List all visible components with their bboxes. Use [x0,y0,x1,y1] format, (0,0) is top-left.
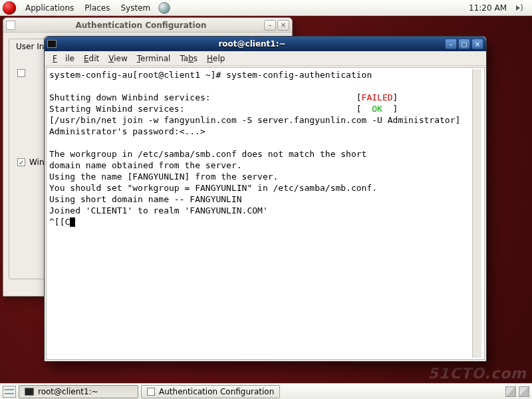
status-failed: FAILED [362,92,393,102]
show-desktop-button[interactable] [3,386,16,398]
terminal-icon [47,40,57,48]
terminal-scrollbar[interactable] [472,69,481,358]
clock[interactable]: 11:20 AM [464,0,512,16]
minimize-button[interactable]: – [264,20,276,31]
workspace-switcher[interactable] [505,386,516,397]
checkbox-winbind[interactable] [17,158,25,166]
term-line: Joined 'CLIENT1' to realm 'FANGYUNLIN.CO… [49,205,268,215]
terminal-body[interactable]: system-config-au[root@client1 ~]# system… [46,67,485,360]
taskbar-label: Authentication Configuration [159,387,274,396]
term-line: ] [393,92,398,102]
taskbar-label: root@client1:~ [38,387,98,396]
term-line: Shutting down Winbind services: [ [49,92,362,102]
system-menu[interactable]: System [115,0,156,16]
checkbox-winbind-label: Win [29,158,45,167]
status-ok: OK [372,104,382,114]
applications-menu[interactable]: Applications [20,0,79,16]
terminal-content[interactable]: system-config-au[root@client1 ~]# system… [49,69,472,358]
checkbox-ldap-label [29,68,32,78]
term-line: The workgroup in /etc/samba/smb.conf doe… [49,149,366,159]
term-line: ] [382,104,398,114]
watermark: 51CTO.com [428,365,527,382]
terminal-titlebar[interactable]: root@client1:~ – ▢ × [45,37,486,51]
menu-file[interactable]: File [49,53,78,65]
trash-icon[interactable] [519,386,529,397]
terminal-menubar: File Edit View Terminal Tabs Help [45,51,486,66]
term-line: Using the name [FANGYUNLIN] from the ser… [49,172,278,182]
menu-help[interactable]: Help [203,53,229,65]
checkbox-ldap[interactable] [17,69,25,77]
browser-launcher-icon[interactable] [158,2,170,14]
menu-view[interactable]: View [104,53,131,65]
taskbar-item-terminal[interactable]: root@client1:~ [19,385,138,398]
auth-titlebar[interactable]: Authentication Configuration – × [3,18,292,33]
window-icon [6,21,15,30]
window-icon [147,388,155,396]
term-line: Administrator's password:<...> [49,126,205,136]
menu-terminal[interactable]: Terminal [133,53,175,65]
cursor [70,217,75,227]
top-panel: Applications Places System 11:20 AM [0,0,532,16]
bottom-panel: root@client1:~ Authentication Configurat… [0,383,532,399]
term-line: You should set "workgroup = FANGYUNLIN" … [49,183,377,193]
terminal-icon [25,388,34,396]
taskbar-item-authconfig[interactable]: Authentication Configuration [141,385,280,398]
term-line: Using short domain name -- FANGYUNLIN [49,194,242,204]
minimize-button[interactable]: – [445,39,457,49]
close-button[interactable]: × [277,20,289,31]
auth-title: Authentication Configuration [18,21,264,30]
terminal-window[interactable]: root@client1:~ – ▢ × File Edit View Term… [44,36,487,362]
menu-edit[interactable]: Edit [80,53,103,65]
terminal-title: root@client1:~ [59,39,445,49]
term-line: [/usr/bin/net join -w fangyunlin.com -S … [49,115,460,125]
term-line: Starting Winbind services: [ [49,104,372,114]
menu-tabs[interactable]: Tabs [176,53,201,65]
volume-icon[interactable] [515,2,527,14]
term-line: domain name obtained from the server. [49,160,242,170]
places-menu[interactable]: Places [79,0,115,16]
close-button[interactable]: × [471,39,483,49]
term-line: ^[[C [49,217,70,227]
term-line: system-config-au[root@client1 ~]# system… [49,70,372,80]
distro-icon[interactable] [3,1,16,15]
maximize-button[interactable]: ▢ [458,39,470,49]
